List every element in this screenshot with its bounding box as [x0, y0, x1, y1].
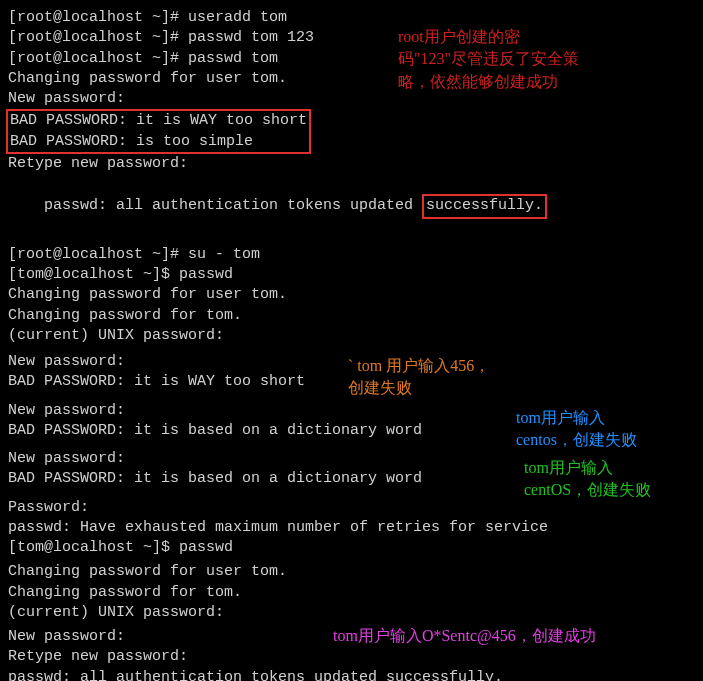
annotation-tom-centOS: tom用户输入 centOS，创建失败 — [524, 457, 651, 502]
annot-text: tom用户输入 — [516, 409, 605, 426]
term-line: [root@localhost ~]# useradd tom — [8, 8, 695, 28]
term-line: Changing password for user tom. — [8, 69, 695, 89]
term-line: (current) UNIX password: — [8, 603, 695, 623]
term-line: Changing password for user tom. — [8, 562, 695, 582]
term-line: [root@localhost ~]# passwd tom 123 — [8, 28, 695, 48]
term-line: passwd: all authentication tokens update… — [8, 174, 695, 239]
term-line: [tom@localhost ~]$ passwd — [8, 265, 695, 285]
term-line: [root@localhost ~]# su - tom — [8, 245, 695, 265]
annot-text: centos，创建失败 — [516, 431, 637, 448]
term-line: Changing password for tom. — [8, 306, 695, 326]
term-line: Retype new password: — [8, 154, 695, 174]
annotation-tom-456: ` tom 用户输入456， 创建失败 — [348, 355, 490, 400]
term-line: passwd: all authentication tokens update… — [8, 668, 695, 682]
annot-text: 创建失败 — [348, 379, 412, 396]
term-line: BAD PASSWORD: is too simple — [10, 132, 307, 152]
term-line: (current) UNIX password: — [8, 326, 695, 346]
term-line: passwd: Have exhausted maximum number of… — [8, 518, 695, 538]
term-line: Changing password for user tom. — [8, 285, 695, 305]
term-text: passwd: all authentication tokens update… — [44, 197, 422, 214]
term-line: Changing password for tom. — [8, 583, 695, 603]
term-text: successfully. — [426, 197, 543, 214]
term-line: BAD PASSWORD: it is WAY too short — [10, 111, 307, 131]
annot-text: centOS，创建失败 — [524, 481, 651, 498]
annot-text: tom用户输入 — [524, 459, 613, 476]
term-line: New password: — [8, 89, 695, 109]
success-box: successfully. — [422, 194, 547, 218]
term-line: [tom@localhost ~]$ passwd — [8, 538, 695, 558]
term-line: Retype new password: — [8, 647, 695, 667]
annotation-root-pw: root用户创建的密码"123"尽管违反了安全策略，依然能够创建成功 — [398, 26, 588, 93]
term-line: [root@localhost ~]# passwd tom — [8, 49, 695, 69]
annotation-tom-centos: tom用户输入 centos，创建失败 — [516, 407, 637, 452]
annotation-tom-success: tom用户输入O*Sentc@456，创建成功 — [333, 625, 596, 647]
annot-text: tom 用户输入456， — [357, 357, 490, 374]
bad-password-box: BAD PASSWORD: it is WAY too short BAD PA… — [6, 109, 311, 154]
